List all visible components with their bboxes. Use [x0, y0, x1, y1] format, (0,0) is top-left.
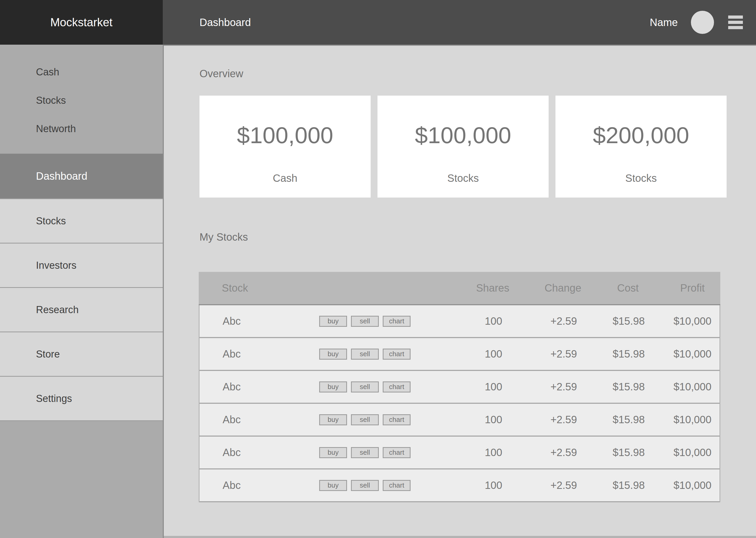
stock-name-cell: Abc	[200, 348, 278, 360]
chart-button[interactable]: chart	[383, 349, 410, 360]
buy-button[interactable]: buy	[319, 316, 347, 327]
card-label: Stocks	[447, 172, 479, 184]
main-content: Overview $100,000 Cash $100,000 Stocks $…	[164, 46, 756, 538]
profit-cell: $10,000	[665, 348, 720, 360]
cost-cell: $15.98	[592, 414, 665, 426]
sidebar-nav-item[interactable]: Settings	[0, 376, 163, 420]
sidebar-nav-item-label: Settings	[36, 393, 72, 404]
sidebar-selected-label: Dashboard	[36, 170, 87, 182]
buy-button[interactable]: buy	[319, 349, 347, 360]
card-value: $100,000	[237, 122, 333, 149]
sidebar-nav-item[interactable]: Store	[0, 332, 163, 376]
buy-button[interactable]: buy	[319, 480, 347, 491]
column-header-stock: Stock	[199, 282, 277, 294]
chart-button[interactable]: chart	[383, 414, 410, 425]
card-value: $100,000	[415, 122, 511, 149]
sell-button[interactable]: sell	[351, 414, 379, 425]
profit-cell: $10,000	[665, 447, 720, 458]
buy-button[interactable]: buy	[319, 381, 347, 393]
chart-button[interactable]: chart	[383, 381, 410, 393]
card-label: Cash	[273, 172, 297, 184]
sidebar-nav-item-label: Stocks	[36, 215, 66, 227]
sell-button[interactable]: sell	[351, 316, 379, 327]
sidebar-summary-item[interactable]: Cash	[0, 58, 163, 86]
change-cell: +2.59	[536, 447, 592, 458]
shares-cell: 100	[451, 414, 536, 426]
sidebar-item-dashboard-selected[interactable]: Dashboard	[0, 154, 163, 198]
bottom-edge-strip	[164, 536, 756, 538]
row-actions: buy sell chart	[278, 447, 451, 458]
profit-cell: $10,000	[665, 315, 720, 327]
buy-button[interactable]: buy	[319, 414, 347, 425]
sidebar-nav-item[interactable]: Stocks	[0, 198, 163, 243]
buy-button[interactable]: buy	[319, 447, 347, 458]
sidebar-summary-list: Cash Stocks Networth	[0, 45, 163, 143]
sidebar-nav-item-label: Research	[36, 304, 79, 315]
cost-cell: $15.98	[592, 447, 665, 458]
chart-button[interactable]: chart	[383, 480, 410, 491]
sidebar-summary-item-label: Cash	[36, 67, 59, 78]
table-row: Abc buy sell chart 100 +2.59 $15.98 $10,…	[200, 437, 720, 469]
chart-button[interactable]: chart	[383, 447, 410, 458]
card-value: $200,000	[593, 122, 689, 149]
overview-card: $200,000 Stocks	[555, 96, 727, 197]
cost-cell: $15.98	[592, 315, 665, 327]
column-header-profit: Profit	[665, 282, 720, 294]
overview-cards: $100,000 Cash $100,000 Stocks $200,000 S…	[200, 96, 727, 197]
row-actions: buy sell chart	[278, 316, 451, 327]
my-stocks-table: Stock Shares Change Cost Profit Abc buy …	[199, 272, 720, 502]
profit-cell: $10,000	[665, 414, 720, 426]
change-cell: +2.59	[536, 348, 592, 360]
sell-button[interactable]: sell	[351, 381, 379, 393]
shares-cell: 100	[451, 479, 536, 491]
sidebar-nav-item-label: Investors	[36, 260, 76, 271]
overview-card: $100,000 Cash	[200, 96, 371, 197]
sidebar-nav-item[interactable]: Investors	[0, 243, 163, 287]
stock-name-cell: Abc	[200, 447, 278, 458]
profit-cell: $10,000	[665, 479, 720, 491]
table-header-row: Stock Shares Change Cost Profit	[199, 272, 720, 305]
chart-button[interactable]: chart	[383, 316, 410, 327]
topbar-right-group: Name	[650, 11, 756, 34]
sell-button[interactable]: sell	[351, 447, 379, 458]
cost-cell: $15.98	[592, 348, 665, 360]
table-row: Abc buy sell chart 100 +2.59 $15.98 $10,…	[200, 338, 720, 371]
sidebar-nav-list: Stocks Investors Research Store Settings	[0, 198, 163, 421]
row-actions: buy sell chart	[278, 480, 451, 491]
sidebar-nav-item[interactable]: Research	[0, 287, 163, 332]
overview-card: $100,000 Stocks	[377, 96, 548, 197]
page-title: Dashboard	[200, 17, 251, 28]
stock-name-cell: Abc	[200, 414, 278, 426]
column-header-change: Change	[535, 282, 591, 294]
row-actions: buy sell chart	[278, 349, 451, 360]
cost-cell: $15.98	[592, 381, 665, 393]
sidebar-summary-item-label: Networth	[36, 123, 76, 134]
my-stocks-heading: My Stocks	[200, 231, 248, 243]
topbar: Dashboard Name	[163, 0, 756, 46]
sell-button[interactable]: sell	[351, 480, 379, 491]
table-body: Abc buy sell chart 100 +2.59 $15.98 $10,…	[199, 305, 720, 502]
hamburger-menu-icon[interactable]	[728, 16, 743, 29]
table-row: Abc buy sell chart 100 +2.59 $15.98 $10,…	[200, 404, 720, 437]
brand-title: Mockstarket	[50, 16, 112, 29]
sidebar-nav-item-label: Store	[36, 349, 60, 360]
column-header-cost: Cost	[591, 282, 665, 294]
shares-cell: 100	[451, 348, 536, 360]
column-header-shares: Shares	[451, 282, 535, 294]
sidebar-summary-item[interactable]: Networth	[0, 115, 163, 143]
avatar-icon[interactable]	[691, 11, 714, 34]
sidebar: Cash Stocks Networth Dashboard Stocks	[0, 45, 164, 538]
table-row: Abc buy sell chart 100 +2.59 $15.98 $10,…	[200, 469, 720, 502]
change-cell: +2.59	[536, 479, 592, 491]
user-name-label[interactable]: Name	[650, 17, 678, 28]
sidebar-summary-item-label: Stocks	[36, 95, 66, 106]
change-cell: +2.59	[536, 414, 592, 426]
stock-name-cell: Abc	[200, 315, 278, 327]
profit-cell: $10,000	[665, 381, 720, 393]
brand-header: Mockstarket	[0, 0, 163, 45]
sell-button[interactable]: sell	[351, 349, 379, 360]
table-row: Abc buy sell chart 100 +2.59 $15.98 $10,…	[200, 305, 720, 338]
sidebar-summary-item[interactable]: Stocks	[0, 86, 163, 115]
table-row: Abc buy sell chart 100 +2.59 $15.98 $10,…	[200, 371, 720, 404]
overview-heading: Overview	[200, 68, 243, 80]
